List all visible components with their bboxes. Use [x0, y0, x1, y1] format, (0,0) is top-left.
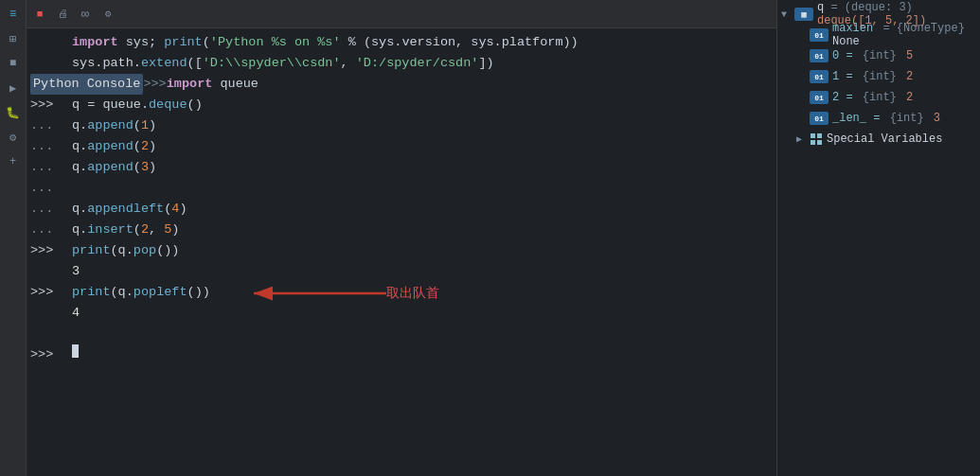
- cursor-blink: [72, 344, 79, 358]
- console-output-4: 4: [27, 303, 776, 324]
- annotation-arrow: [244, 280, 391, 307]
- python-console-label: Python Console: [30, 74, 143, 95]
- expand-arrow-special[interactable]: ▶: [796, 133, 810, 145]
- console-line-import: Python Console >>> import queue: [27, 74, 776, 95]
- toolbar-icon-debug[interactable]: 🐛: [5, 104, 22, 121]
- console-line-pop: >>> print(q.pop()): [27, 240, 776, 261]
- var-item-2[interactable]: 01 2 = {int} 2: [777, 87, 980, 108]
- type-icon-0: 01: [810, 49, 829, 62]
- special-variables-label: Special Variables: [827, 132, 942, 146]
- console-line-sysimport: import sys; print('Python %s on %s' % (s…: [27, 32, 776, 53]
- type-icon-len: 01: [810, 112, 829, 125]
- left-toolbar: ≡ ⊞ ■ ▶ 🐛 ⚙ +: [0, 0, 27, 476]
- print-icon[interactable]: 🖨: [53, 5, 72, 24]
- console-line-append1: ... q.append(1): [27, 115, 776, 136]
- console-area: ■ 🖨 ∞ ⚙ import sys; print('Python %s on …: [27, 0, 776, 476]
- toolbar-icon-layout[interactable]: ⊞: [5, 30, 22, 47]
- var-item-len[interactable]: 01 _len_ = {int} 3: [777, 108, 980, 129]
- console-line-appendleft: ... q.appendleft(4): [27, 199, 776, 220]
- variable-tree: ▼ ▦ q = (deque: 3) deque([1, 5, 2]) 01 m…: [777, 0, 980, 476]
- toolbar-icon-settings[interactable]: ⚙: [5, 129, 22, 146]
- toolbar-icon-menu[interactable]: ≡: [5, 6, 22, 23]
- variable-explorer-panel: ▼ ▦ q = (deque: 3) deque([1, 5, 2]) 01 m…: [776, 0, 980, 476]
- toolbar-icon-add[interactable]: +: [5, 153, 22, 170]
- console-line-popleft: >>> print(q.popleft()) 取出队首: [27, 282, 776, 303]
- type-icon-2: 01: [810, 91, 829, 104]
- console-output-3: 3: [27, 261, 776, 282]
- svg-rect-1: [811, 133, 815, 138]
- gear-icon[interactable]: ⚙: [98, 5, 117, 24]
- var-item-0[interactable]: 01 0 = {int} 5: [777, 45, 980, 66]
- svg-rect-2: [817, 133, 822, 138]
- console-line-blank1: ...: [27, 178, 776, 199]
- var-item-maxlen[interactable]: 01 maxlen = {NoneType} None: [777, 25, 980, 45]
- special-variables-item[interactable]: ▶ Special Variables: [777, 129, 980, 150]
- grid-icon-special: [810, 132, 823, 146]
- console-line-syspath: sys.path.extend(['D:\\spyder\\csdn', 'D:…: [27, 53, 776, 74]
- var-item-1[interactable]: 01 1 = {int} 2: [777, 66, 980, 87]
- console-line-append2: ... q.append(2): [27, 136, 776, 157]
- type-icon-q: ▦: [794, 8, 813, 21]
- stop-icon[interactable]: ■: [30, 5, 49, 24]
- type-icon-maxlen: 01: [810, 28, 829, 42]
- toolbar-icon-run[interactable]: ▶: [5, 79, 22, 97]
- svg-rect-4: [817, 140, 822, 145]
- console-line-blank2: [27, 324, 776, 344]
- toolbar-icon-stop[interactable]: ■: [5, 55, 22, 72]
- loop-icon[interactable]: ∞: [76, 5, 95, 24]
- console-line-deque: >>> q = queue.deque(): [27, 95, 776, 115]
- console-output[interactable]: import sys; print('Python %s on %s' % (s…: [27, 28, 776, 476]
- console-line-append3: ... q.append(3): [27, 157, 776, 178]
- console-line-insert: ... q.insert(2, 5): [27, 220, 776, 240]
- expand-arrow-q[interactable]: ▼: [781, 9, 794, 20]
- type-icon-1: 01: [810, 70, 829, 83]
- svg-rect-3: [811, 140, 815, 145]
- top-bar: ■ 🖨 ∞ ⚙: [27, 0, 776, 28]
- annotation-label: 取出队首: [386, 282, 439, 303]
- console-line-cursor[interactable]: >>>: [27, 344, 776, 365]
